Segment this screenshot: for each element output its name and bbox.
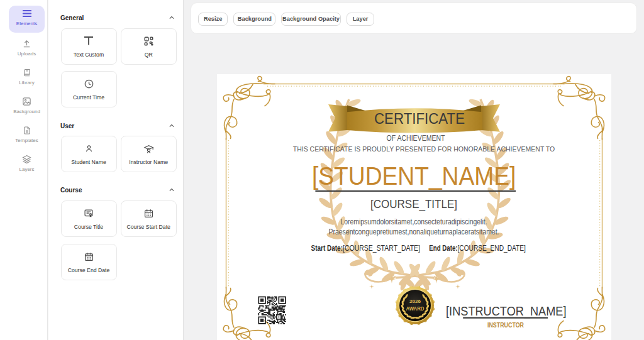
svg-text:End Date:: End Date: xyxy=(429,243,457,253)
svg-text:INSTRUCTOR: INSTRUCTOR xyxy=(487,322,525,329)
svg-text:Loremipsumdolorsitamet,consect: Loremipsumdolorsitamet,consecteturadipis… xyxy=(341,217,487,226)
svg-text:[COURSE_TITLE]: [COURSE_TITLE] xyxy=(370,197,457,211)
svg-text:CERTIFICATE: CERTIFICATE xyxy=(374,111,465,127)
svg-text:Praesentconguepretiumest,nonal: Praesentconguepretiumest,nonaliqueturnap… xyxy=(329,228,499,236)
svg-text:[INSTRUCTOR_NAME]: [INSTRUCTOR_NAME] xyxy=(446,304,567,319)
svg-text:2026: 2026 xyxy=(409,299,421,304)
svg-text:Start Date:: Start Date: xyxy=(311,243,343,253)
svg-text:[COURSE_START_DATE]: [COURSE_START_DATE] xyxy=(343,243,420,253)
svg-text:OF ACHIEVEMENT: OF ACHIEVEMENT xyxy=(387,134,445,143)
svg-text:THIS CERTIFICATE IS PROUDLY PR: THIS CERTIFICATE IS PROUDLY PRESENTED FO… xyxy=(293,145,555,153)
svg-text:[COURSE_END_DATE]: [COURSE_END_DATE] xyxy=(458,243,526,253)
svg-text:AWARD: AWARD xyxy=(406,305,425,312)
svg-text:[STUDENT_NAME]: [STUDENT_NAME] xyxy=(312,162,516,190)
